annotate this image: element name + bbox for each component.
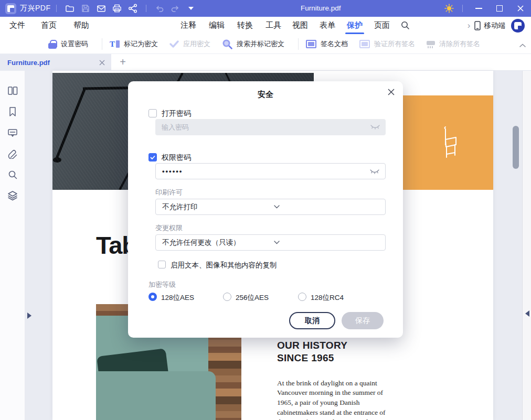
close-button[interactable] xyxy=(510,0,531,17)
menu-form[interactable]: 表单 xyxy=(320,17,335,34)
encryption-level-label: 加密等级 xyxy=(148,280,176,289)
apply-redact-button[interactable]: 应用密文 xyxy=(169,39,210,49)
sign-document-label: 签名文档 xyxy=(321,39,348,49)
menubar: 文件 首页 帮助 注释 编辑 转换 工具 视图 表单 保护 页面 › 移动端 xyxy=(0,17,531,34)
verify-signatures-button[interactable]: 验证所有签名 xyxy=(359,39,415,49)
divider xyxy=(298,38,299,50)
print-permission-select[interactable]: 不允许打印 xyxy=(155,199,386,215)
pdfelement-logo-icon[interactable] xyxy=(511,19,525,33)
mark-redact-label: 标记为密文 xyxy=(124,39,158,49)
maximize-button[interactable] xyxy=(489,0,510,17)
permission-password-field xyxy=(155,163,386,179)
enable-copy-label[interactable]: 启用文本、图像和其他内容的复制 xyxy=(171,261,277,270)
menu-help[interactable]: 帮助 xyxy=(73,17,89,34)
new-tab-button[interactable]: + xyxy=(116,56,129,69)
phone-icon xyxy=(474,21,481,30)
lock-icon xyxy=(48,39,57,49)
divider xyxy=(462,5,463,12)
set-password-label: 设置密码 xyxy=(61,39,88,49)
open-file-icon[interactable] xyxy=(62,0,78,17)
radio-128-rc4[interactable] xyxy=(298,293,306,301)
share-icon[interactable] xyxy=(125,0,141,17)
open-password-label[interactable]: 打开密码 xyxy=(162,109,191,119)
open-password-input[interactable] xyxy=(155,119,386,135)
attachment-icon[interactable] xyxy=(7,148,18,161)
bookmark-icon[interactable] xyxy=(7,106,18,119)
verify-signatures-label: 验证所有签名 xyxy=(374,39,415,49)
search-redact-label: 搜索并标记密文 xyxy=(237,39,284,49)
thumbnails-icon[interactable] xyxy=(7,85,18,98)
save-button[interactable]: 保存 xyxy=(342,312,384,329)
undo-icon[interactable] xyxy=(152,0,167,17)
verify-signature-icon xyxy=(359,40,370,48)
radio-128-aes[interactable] xyxy=(148,293,157,301)
mark-redact-button[interactable]: T 标记为密文 xyxy=(110,39,158,49)
comment-icon[interactable] xyxy=(7,127,18,140)
menu-home[interactable]: 首页 xyxy=(41,17,57,34)
menu-edit[interactable]: 编辑 xyxy=(209,17,225,34)
right-panel-strip xyxy=(522,71,531,420)
history-paragraph: At the brink of daylight on a quaint Van… xyxy=(277,379,392,420)
search-redact-button[interactable]: 搜索并标记密文 xyxy=(222,39,284,49)
sign-document-button[interactable]: 签名文档 xyxy=(306,39,348,49)
chevron-right-icon[interactable]: › xyxy=(468,21,471,30)
layers-icon[interactable] xyxy=(7,190,18,203)
save-icon[interactable] xyxy=(78,0,93,17)
search-panel-icon[interactable] xyxy=(7,169,18,182)
more-dropdown-icon[interactable] xyxy=(183,0,199,17)
redo-icon[interactable] xyxy=(167,0,183,17)
security-dialog: 安全 打开密码 权限密码 印刷许可 不允许打印 xyxy=(128,81,403,338)
menu-file[interactable]: 文件 xyxy=(9,17,25,34)
change-permission-value: 不允许任何更改（只读） xyxy=(162,238,268,247)
signature-field-icon xyxy=(306,40,316,48)
mobile-link[interactable]: 移动端 xyxy=(484,21,506,30)
print-icon[interactable] xyxy=(109,0,125,17)
tab-furniture-pdf[interactable]: Furniture.pdf xyxy=(0,54,111,71)
history-heading: OUR HISTORYSINCE 1965 xyxy=(277,339,392,365)
menu-protect[interactable]: 保护 xyxy=(347,17,363,34)
menu-comment[interactable]: 注释 xyxy=(180,17,196,34)
change-permission-label: 变更权限 xyxy=(155,223,183,233)
permission-password-input[interactable] xyxy=(156,164,385,179)
change-permission-select[interactable]: 不允许任何更改（只读） xyxy=(155,234,386,251)
history-text-block: OUR HISTORYSINCE 1965 At the brink of da… xyxy=(277,339,392,420)
menu-tools[interactable]: 工具 xyxy=(266,17,281,34)
check-icon xyxy=(169,40,179,48)
dialog-close-icon[interactable] xyxy=(388,89,395,95)
radio-128-aes-label[interactable]: 128位AES xyxy=(161,293,194,303)
tab-label: Furniture.pdf xyxy=(7,59,99,67)
titlebar: 万兴PDF Fur xyxy=(0,0,531,17)
menu-convert[interactable]: 转换 xyxy=(237,17,253,34)
app-logo-icon xyxy=(5,3,16,14)
divider xyxy=(56,5,57,12)
menu-page[interactable]: 页面 xyxy=(374,17,390,34)
minimize-button[interactable] xyxy=(468,0,489,17)
app-window: 万兴PDF Fur xyxy=(0,0,531,420)
eye-off-icon[interactable] xyxy=(370,169,379,175)
set-password-button[interactable]: 设置密码 xyxy=(48,39,88,49)
enable-copy-checkbox[interactable] xyxy=(158,261,166,268)
scrollbar-thumb[interactable] xyxy=(513,126,519,169)
sofa-seat xyxy=(96,371,216,420)
theme-sun-icon[interactable] xyxy=(441,0,457,17)
close-tab-icon[interactable] xyxy=(99,60,105,66)
collapse-toolbar-icon[interactable] xyxy=(519,40,526,50)
email-icon[interactable] xyxy=(93,0,109,17)
expand-left-panel-arrow[interactable] xyxy=(27,313,31,319)
clear-signatures-button[interactable]: 清除所有签名 xyxy=(427,39,480,49)
radio-256-aes-label[interactable]: 256位AES xyxy=(236,293,269,303)
print-permission-value: 不允许打印 xyxy=(162,202,268,212)
clear-signatures-label: 清除所有签名 xyxy=(439,39,480,49)
eye-off-icon[interactable] xyxy=(370,124,380,130)
chevron-down-icon xyxy=(274,205,379,209)
open-password-checkbox[interactable] xyxy=(148,109,157,117)
radio-256-aes[interactable] xyxy=(223,293,231,301)
permission-password-checkbox[interactable] xyxy=(148,153,157,161)
expand-right-panel-arrow[interactable] xyxy=(525,310,529,317)
menu-view[interactable]: 视图 xyxy=(292,17,308,34)
cancel-button[interactable]: 取消 xyxy=(289,312,335,329)
clear-signature-icon xyxy=(427,40,435,48)
radio-128-rc4-label[interactable]: 128位RC4 xyxy=(311,293,344,303)
search-icon[interactable] xyxy=(400,20,410,32)
permission-password-label[interactable]: 权限密码 xyxy=(162,153,191,163)
